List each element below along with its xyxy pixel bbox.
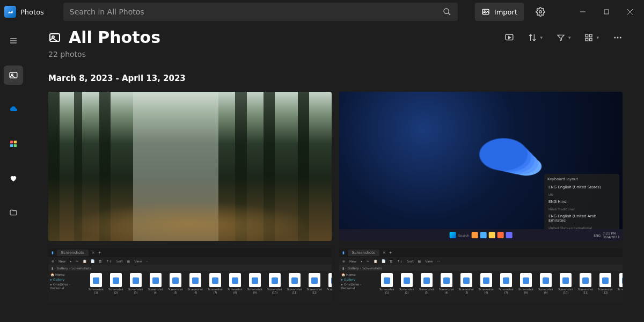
photo-thumbnail[interactable]: Keyboard layout ENG English (United Stat… — [339, 92, 623, 241]
date-range: March 8, 2023 - April 13, 2023 — [48, 74, 623, 83]
page-title: All Photos — [48, 28, 160, 47]
file-item: Screenshot (3) — [127, 273, 145, 300]
sidebar-item-folders[interactable] — [4, 203, 23, 222]
svg-rect-6 — [604, 10, 609, 14]
file-item: Screenshot (6) — [477, 273, 495, 300]
svg-rect-15 — [14, 141, 17, 143]
file-item: Screenshot (2) — [107, 273, 125, 300]
svg-line-1 — [448, 13, 450, 15]
photo-count: 22 photos — [48, 50, 623, 58]
more-button[interactable] — [613, 33, 623, 42]
file-item: Screenshot (7) — [497, 273, 515, 300]
sidebar-item-all-photos[interactable] — [4, 65, 23, 85]
chevron-down-icon: ▾ — [540, 35, 543, 40]
sidebar-menu-button[interactable] — [4, 31, 23, 50]
svg-point-27 — [620, 36, 621, 38]
file-item: Screenshot (9) — [537, 273, 555, 300]
sidebar — [0, 24, 27, 322]
app-logo-icon — [4, 6, 16, 18]
file-grid: Screenshot (1)Screenshot (2)Screenshot (… — [377, 271, 623, 302]
file-item: Screenshot (11) — [286, 273, 304, 300]
svg-rect-24 — [590, 38, 592, 41]
search-icon[interactable] — [443, 8, 451, 16]
file-item: Screenshot (13) — [325, 273, 332, 300]
sidebar-item-onedrive[interactable] — [4, 100, 23, 119]
svg-rect-18 — [50, 34, 60, 41]
file-item: Screenshot (10) — [266, 273, 284, 300]
start-icon — [450, 232, 456, 238]
file-item: Screenshot (4) — [147, 273, 165, 300]
svg-point-25 — [614, 36, 616, 38]
svg-rect-14 — [10, 141, 13, 143]
taskbar-icon — [506, 232, 512, 238]
svg-point-4 — [539, 11, 542, 13]
file-item: Screenshot (11) — [576, 273, 595, 300]
sort-button[interactable]: ▾ — [528, 33, 543, 42]
file-item: Screenshot (8) — [226, 273, 244, 300]
file-item: Screenshot (2) — [398, 273, 416, 300]
file-item: Screenshot (1) — [378, 273, 396, 300]
photo-thumbnail[interactable]: ▮ Screenshots ×+ ⊕New▾ ✂📋📄🗑 ↑↓Sort ▦View… — [339, 248, 623, 302]
svg-rect-21 — [586, 34, 588, 37]
svg-rect-12 — [10, 72, 17, 78]
file-item: Screenshot (4) — [437, 273, 456, 300]
all-photos-icon — [48, 31, 61, 44]
file-item: Screenshot (12) — [305, 273, 324, 300]
file-item: Screenshot (3) — [418, 273, 436, 300]
taskbar: Search ENG 7:21 PM 3/24/2023 — [339, 229, 623, 241]
import-label: Import — [494, 8, 517, 16]
file-item: Screenshot (6) — [186, 273, 204, 300]
filter-button[interactable]: ▾ — [557, 33, 571, 42]
file-item: Screenshot (5) — [457, 273, 475, 300]
app-title: Photos — [20, 8, 44, 16]
file-item: Screenshot (12) — [596, 273, 614, 300]
close-button[interactable] — [618, 4, 642, 20]
slideshow-button[interactable] — [504, 33, 514, 42]
taskbar-icon — [497, 232, 503, 238]
svg-rect-16 — [10, 144, 13, 147]
file-item: Screenshot (7) — [206, 273, 224, 300]
taskbar-icon — [488, 232, 495, 238]
chevron-down-icon: ▾ — [568, 35, 571, 40]
maximize-button[interactable] — [595, 4, 618, 20]
svg-rect-17 — [14, 144, 17, 147]
search-input[interactable] — [70, 8, 443, 16]
settings-button[interactable] — [536, 7, 545, 17]
svg-point-26 — [617, 36, 619, 38]
sidebar-item-icloud[interactable] — [4, 134, 23, 153]
file-item: Screenshot (10) — [557, 273, 575, 300]
svg-rect-22 — [590, 34, 592, 37]
photo-thumbnail[interactable] — [48, 92, 332, 241]
file-item: Screenshot (13) — [616, 273, 623, 300]
sidebar-item-favorites[interactable] — [4, 169, 23, 188]
search-box[interactable] — [63, 3, 458, 21]
svg-rect-23 — [586, 38, 588, 41]
file-grid: Screenshot (1)Screenshot (2)Screenshot (… — [86, 271, 332, 302]
file-item: Screenshot (1) — [87, 273, 105, 300]
photo-thumbnail[interactable]: ▮ Screenshots ×+ ⊕New▾ ✂📋📄🗑 ↑↓Sort ▦View… — [48, 248, 332, 302]
taskbar-icon — [480, 232, 486, 238]
chevron-down-icon: ▾ — [596, 35, 599, 40]
file-item: Screenshot (5) — [166, 273, 185, 300]
page-title-text: All Photos — [69, 28, 160, 47]
taskbar-icon — [471, 232, 478, 238]
file-item: Screenshot (8) — [517, 273, 535, 300]
layout-button[interactable]: ▾ — [584, 33, 599, 42]
svg-point-0 — [444, 9, 449, 13]
import-button[interactable]: Import — [475, 3, 524, 21]
minimize-button[interactable] — [571, 4, 595, 20]
file-item: Screenshot (9) — [246, 273, 264, 300]
